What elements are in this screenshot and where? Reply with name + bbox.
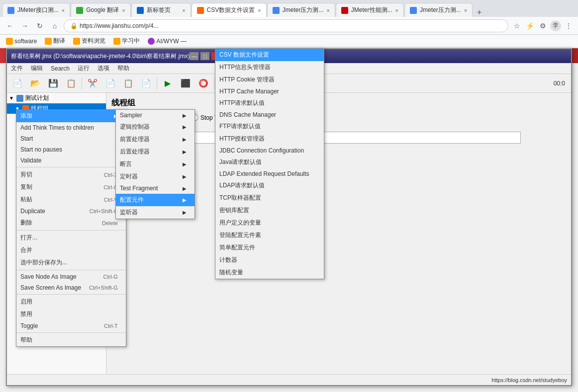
- settings-icon[interactable]: ⚙: [537, 20, 548, 31]
- config-user-vars[interactable]: 用户定义的变量: [215, 217, 324, 229]
- lightning-icon[interactable]: ⚡: [524, 20, 535, 31]
- config-random-var[interactable]: 随机变量: [215, 266, 324, 279]
- ctx-cut[interactable]: 剪切 Ctrl-X: [16, 168, 126, 181]
- forward-button[interactable]: →: [19, 20, 31, 32]
- config-http-cache[interactable]: HTTP Cache Manager: [215, 86, 324, 97]
- tab-close-1[interactable]: ×: [62, 7, 65, 13]
- ctx-duplicate[interactable]: Duplicate Ctrl+Shift-C: [16, 206, 126, 217]
- tab-google-translate[interactable]: Google 翻译 ×: [71, 3, 130, 17]
- ctx-copy[interactable]: 复制 Ctrl-C: [16, 181, 126, 193]
- menu-edit[interactable]: 编辑: [27, 63, 47, 74]
- menu-search[interactable]: Search: [47, 63, 74, 74]
- config-http-auth[interactable]: HTTP授权管理器: [215, 133, 324, 145]
- save-as-button[interactable]: 📋: [63, 76, 80, 91]
- bookmark-study[interactable]: 学习中: [111, 36, 142, 46]
- open-button[interactable]: 📂: [27, 76, 44, 91]
- tab-close-2[interactable]: ×: [122, 7, 125, 13]
- paste-button[interactable]: 📋: [120, 76, 137, 91]
- back-button[interactable]: ←: [4, 20, 16, 32]
- ctx-paste[interactable]: 粘贴 Ctrl-V: [16, 193, 126, 206]
- config-http-defaults[interactable]: HTTP请求默认值: [215, 97, 324, 109]
- ctx-disable[interactable]: 禁用: [16, 308, 126, 320]
- ctx-save-screen-image[interactable]: Save Screen As Image Ctrl+Shift-G: [16, 282, 126, 293]
- run-button[interactable]: ▶: [159, 76, 176, 91]
- address-bar[interactable]: 🔒 https://www.jianshu.com/p/4...: [64, 19, 508, 32]
- config-tcp-sampler[interactable]: TCP取样器配置: [215, 192, 324, 204]
- ctx-save-selection[interactable]: 选中部分保存为...: [16, 256, 126, 269]
- submenu-add-config[interactable]: 配置元件 ▶: [116, 194, 194, 206]
- tab-close-7[interactable]: ×: [464, 7, 467, 13]
- menu-run[interactable]: 运行: [74, 63, 94, 74]
- more-menu[interactable]: ⋮: [563, 20, 574, 31]
- tab-jmeter-pressure2[interactable]: Jmeter压力测... ×: [404, 3, 473, 17]
- bookmark-translate[interactable]: 翻译: [43, 36, 67, 46]
- menu-options[interactable]: 选项: [94, 63, 113, 74]
- config-ldap-defaults[interactable]: LDAP请求默认值: [215, 179, 324, 192]
- config-http-header[interactable]: HTTP信息头管理器: [215, 61, 324, 74]
- config-dns-cache[interactable]: DNS Cache Manager: [215, 109, 324, 120]
- ctx-start-no-pauses[interactable]: Start no pauses: [16, 144, 126, 155]
- submenu-add-pre[interactable]: 前置处理器 ▶: [116, 133, 194, 146]
- config-jdbc[interactable]: JDBC Connection Configuration: [215, 145, 324, 156]
- bookmark-ai[interactable]: AI/WYW —: [146, 37, 189, 46]
- ctx-merge[interactable]: 合并: [16, 244, 126, 256]
- maximize-button[interactable]: □: [200, 52, 209, 60]
- expand-button[interactable]: 📄: [138, 76, 155, 91]
- reload-button[interactable]: ↻: [34, 20, 46, 32]
- new-tab-button[interactable]: +: [473, 8, 485, 17]
- tab-close-3[interactable]: ×: [182, 7, 185, 13]
- ctx-toggle[interactable]: Toggle Ctrl-T: [16, 320, 126, 331]
- tab-favicon-6: [341, 7, 348, 14]
- submenu-add-post[interactable]: 后置处理器 ▶: [116, 146, 194, 158]
- submenu-add-assert[interactable]: 断言 ▶: [116, 158, 194, 170]
- tab-jmeter-perf[interactable]: JMeter性能测... ×: [336, 3, 404, 17]
- submenu-add-listener[interactable]: 监听器 ▶: [116, 206, 194, 219]
- bookmark-software[interactable]: software: [4, 37, 39, 46]
- config-java-defaults[interactable]: Java请求默认值: [215, 156, 324, 168]
- status-url: https://blog.csdn.net/studyeboy: [491, 377, 567, 383]
- submenu-add-sampler[interactable]: Sampler ▶: [116, 110, 194, 121]
- ctx-add[interactable]: 添加 ▶: [16, 110, 126, 122]
- config-http-cookie[interactable]: HTTP Cookie 管理器: [215, 74, 324, 86]
- save-button[interactable]: 💾: [45, 76, 62, 91]
- tab-csv[interactable]: CSV数据文件设置 ×: [192, 3, 267, 17]
- ctx-open[interactable]: 打开...: [16, 232, 126, 244]
- tree-toggle-1[interactable]: ▼: [9, 95, 15, 101]
- menu-help[interactable]: 帮助: [113, 63, 133, 74]
- ctx-enable[interactable]: 启用: [16, 296, 126, 308]
- home-button[interactable]: ⌂: [49, 20, 61, 32]
- copy-button[interactable]: 📄: [102, 76, 119, 91]
- tab-jmeter-pressure1[interactable]: Jmeter压力测... ×: [267, 3, 335, 17]
- tab-new[interactable]: 新标签页 ×: [131, 3, 191, 17]
- user-avatar[interactable]: 李: [550, 20, 561, 31]
- ctx-help[interactable]: 帮助: [16, 334, 126, 346]
- ctx-validate[interactable]: Validate: [16, 155, 126, 166]
- bookmark-star[interactable]: ☆: [511, 20, 522, 31]
- tree-item-test-plan[interactable]: ▼ 测试计划: [7, 93, 106, 103]
- stop-button[interactable]: ⬛: [177, 76, 194, 91]
- submenu-add-timer[interactable]: 定时器 ▶: [116, 170, 194, 183]
- minimize-button[interactable]: —: [190, 52, 198, 60]
- tab-close-4[interactable]: ×: [258, 7, 261, 13]
- tab-jmeter-interface[interactable]: JMeter接口测... ×: [2, 3, 70, 17]
- config-ftp-defaults[interactable]: FTP请求默认值: [215, 120, 324, 133]
- ctx-start[interactable]: Start: [16, 133, 126, 144]
- ctx-think-times[interactable]: Add Think Times to children: [16, 122, 126, 133]
- config-login[interactable]: 登陆配置元件素: [215, 229, 324, 241]
- tab-close-5[interactable]: ×: [326, 7, 329, 13]
- new-button[interactable]: 📄: [9, 76, 26, 91]
- config-csv[interactable]: CSV 数据文件设置: [215, 49, 324, 61]
- config-ldap-extended[interactable]: LDAP Extended Request Defaults: [215, 168, 324, 179]
- cut-button[interactable]: ✂️: [84, 76, 101, 91]
- shutdown-button[interactable]: ⭕: [195, 76, 212, 91]
- config-keystore[interactable]: 密钥库配置: [215, 204, 324, 217]
- config-simple[interactable]: 简单配置元件: [215, 241, 324, 254]
- config-counter[interactable]: 计数器: [215, 254, 324, 266]
- submenu-add-logic[interactable]: 逻辑控制器 ▶: [116, 121, 194, 133]
- menu-file[interactable]: 文件: [7, 63, 27, 74]
- ctx-delete[interactable]: 删除 Delete: [16, 217, 126, 229]
- submenu-add-fragment[interactable]: Test Fragment ▶: [116, 183, 194, 194]
- tab-close-6[interactable]: ×: [395, 7, 398, 13]
- bookmark-data[interactable]: 资料浏览: [71, 36, 107, 46]
- ctx-save-node-image[interactable]: Save Node As Image Ctrl-G: [16, 271, 126, 282]
